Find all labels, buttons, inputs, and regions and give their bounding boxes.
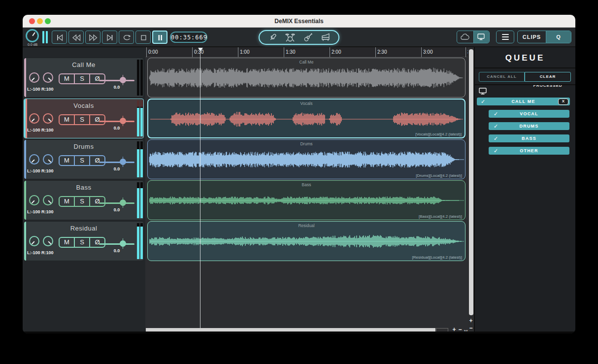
pan-right-knob[interactable] [43,195,53,205]
mute-button[interactable]: M [59,237,75,248]
vertical-zoom-out-button[interactable]: − [468,325,474,331]
solo-button[interactable]: S [74,196,90,207]
volume-slider[interactable] [99,159,134,165]
audio-clip[interactable]: Residual[Residual][Local][4.2 (latest)] [147,221,465,261]
pan-left-knob[interactable] [29,113,39,124]
mute-button[interactable]: M [59,73,75,84]
master-volume-knob[interactable] [26,29,39,42]
clear-processed-button[interactable]: CLEAR PROCESSED [525,72,571,82]
meter-bar [140,141,143,177]
volume-slider[interactable] [99,118,134,125]
rewind-button[interactable] [68,31,84,44]
pan-right-knob[interactable] [43,154,53,165]
pan-right-knob[interactable] [43,72,53,83]
pan-right-knob[interactable] [43,113,53,124]
monitor-icon [477,33,486,41]
track-header[interactable]: ResidualMSØL:-100 R:1000.0 [24,221,144,261]
stop-button[interactable] [135,31,151,44]
volume-slider[interactable] [99,240,134,247]
knob-pointer [32,32,35,36]
knob-pointer [48,159,51,163]
volume-slider[interactable] [99,77,134,84]
stop-icon [138,32,149,43]
volume-slider[interactable] [99,199,134,206]
queue-item[interactable]: ✓VOCAL [489,110,569,118]
menu-button[interactable] [497,31,514,43]
clips-tab[interactable]: CLIPS [518,31,546,43]
meter-fill [140,149,143,177]
checkmark-icon: ✓ [494,122,498,130]
cancel-all-button[interactable]: CANCEL ALL [479,72,525,82]
skip-to-end-button[interactable] [102,31,117,44]
audio-clip[interactable]: Vocals[Vocals][Local][4.2 (latest)] [147,99,465,138]
ruler-tick-label: 1:30 [286,49,295,55]
mute-button[interactable]: M [59,155,75,166]
time-display[interactable]: 00:35:669 [170,32,207,43]
pause-icon [155,32,166,43]
audio-clip[interactable]: Call Me [147,58,465,98]
solo-button[interactable]: S [74,114,90,125]
vertical-scrollbar-thumb[interactable] [469,49,473,315]
checkmark-icon: ✓ [481,98,485,105]
mute-button[interactable]: M [59,114,75,125]
queue-item[interactable]: ✓OTHER [489,147,569,155]
pan-right-knob[interactable] [43,236,53,246]
ruler-tick: 3:00 [421,47,422,57]
pan-range-label: L:-100 R:100 [27,250,54,255]
audio-clip[interactable]: Drums[Drums][Local][4.2 (latest)] [147,139,465,179]
fast-forward-button[interactable] [85,31,100,44]
audio-clip[interactable]: Bass[Bass][Local][4.2 (latest)] [147,180,465,220]
slider-thumb[interactable] [120,199,126,206]
solo-button[interactable]: S [74,73,90,84]
title-bar: DeMIX Essentials [23,15,575,28]
queue-item-label: DRUMS [489,122,569,130]
queue-item-label: VOCAL [489,110,569,118]
clip-title: Call Me [148,60,465,65]
timeline-ruler[interactable]: 0:000:301:001:302:002:303:003 [145,47,468,57]
queue-tab[interactable]: Q [546,31,571,43]
local-processing-button[interactable] [473,31,490,43]
slider-thumb[interactable] [120,240,126,247]
queue-item[interactable]: ✓DRUMS [489,122,569,130]
solo-button[interactable]: S [74,237,90,248]
meter-fill [137,108,139,136]
level-meters [137,141,143,177]
track-header[interactable]: Call MeMSØL:-100 R:1000.0 [24,58,144,98]
pan-left-knob[interactable] [29,236,39,246]
track-header[interactable]: VocalsMSØL:-100 R:1000.0 [24,99,144,138]
cloud-processing-button[interactable] [457,31,473,43]
pan-left-knob[interactable] [29,195,39,205]
knob-pointer [48,241,51,244]
guitar-button[interactable] [301,32,314,43]
solo-button[interactable]: S [74,155,90,166]
vertical-zoom-in-button[interactable]: + [468,317,474,324]
track-header[interactable]: DrumsMSØL:-100 R:1000.0 [24,139,144,179]
skip-to-start-button[interactable] [52,31,67,44]
stem-selector [259,30,339,45]
pan-left-knob[interactable] [29,72,39,83]
meter-bar [140,182,143,218]
piano-button[interactable] [319,32,332,43]
local-machine-icon [478,87,488,97]
drums-icon [285,33,296,42]
track-name: Call Me [24,61,143,68]
loop-button[interactable] [119,31,134,44]
meter-bar [140,60,143,96]
track-name: Drums [24,143,143,150]
microphone-button[interactable] [266,32,279,43]
slider-thumb[interactable] [120,118,126,124]
queue-item[interactable]: ✓BASS [489,134,569,142]
drums-button[interactable] [284,32,297,43]
pause-button[interactable] [152,31,167,44]
track-buttons: MSØ [59,114,105,125]
queue-item[interactable]: ✓CALL MEX [477,98,570,105]
pan-left-knob[interactable] [29,154,39,165]
slider-track [99,80,134,81]
mute-button[interactable]: M [59,196,75,207]
slider-thumb[interactable] [120,77,126,83]
remove-queue-item-button[interactable]: X [558,99,568,105]
slider-thumb[interactable] [120,159,126,165]
track-header[interactable]: BassMSØL:-100 R:1000.0 [24,180,144,220]
meter-fill [140,227,143,259]
playhead-marker[interactable] [198,48,203,51]
